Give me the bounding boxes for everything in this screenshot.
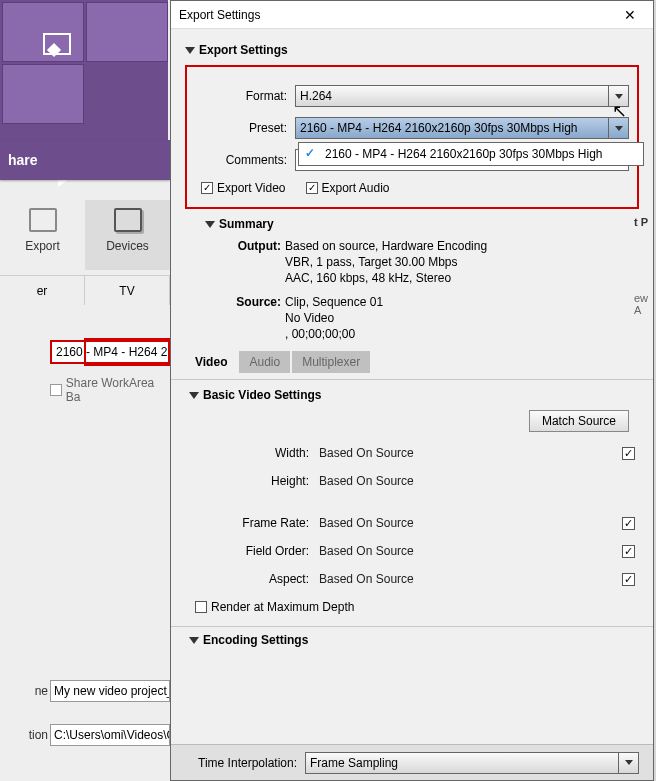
export-icon	[29, 208, 57, 232]
export-audio-checkbox[interactable]	[306, 182, 318, 194]
aspect-value: Based On Source	[319, 572, 605, 586]
encoding-settings-header: Encoding Settings	[203, 633, 308, 647]
highlight-box-main: Format: H.264 Preset: 2160 - MP4 - H264 …	[185, 65, 639, 209]
format-label: Format:	[195, 89, 295, 103]
dropdown-arrow-icon	[608, 86, 628, 106]
tab-computer[interactable]: er	[0, 276, 85, 305]
highlight-box	[84, 338, 172, 366]
export-settings-dialog: Export Settings ✕ Export Settings Format…	[170, 0, 654, 781]
time-interpolation-value: Frame Sampling	[310, 756, 398, 770]
summary-header: Summary	[219, 217, 274, 231]
framerate-label: Frame Rate:	[189, 516, 319, 530]
preset-dropdown[interactable]: 2160 - MP4 - H264 2160x2160p 30fps 30Mbp…	[295, 117, 629, 139]
tab-audio[interactable]: Audio	[239, 351, 290, 373]
output-line2: VBR, 1 pass, Target 30.00 Mbps	[285, 255, 639, 269]
export-video-label: Export Video	[217, 181, 286, 195]
name-input[interactable]: My new video project_	[50, 680, 170, 702]
export-label: Export	[25, 239, 60, 253]
width-value: Based On Source	[319, 446, 605, 460]
share-header: hare	[0, 140, 170, 180]
source-line1: Clip, Sequence 01	[285, 295, 639, 309]
fieldorder-label: Field Order:	[189, 544, 319, 558]
dialog-title: Export Settings	[179, 8, 615, 22]
basic-video-settings-header: Basic Video Settings	[203, 388, 321, 402]
height-label: Height:	[189, 474, 319, 488]
tab-video[interactable]: Video	[185, 351, 237, 373]
dropdown-arrow-icon	[618, 753, 638, 773]
devices-target[interactable]: Devices	[85, 200, 170, 270]
chevron-down-icon[interactable]	[205, 221, 215, 228]
time-interpolation-dropdown[interactable]: Frame Sampling	[305, 752, 639, 774]
preset-value: 2160 - MP4 - H264 2160x2160p 30fps 30Mbp…	[300, 121, 578, 135]
width-label: Width:	[189, 446, 319, 460]
width-lock-checkbox[interactable]	[622, 447, 635, 460]
framerate-value: Based On Source	[319, 516, 605, 530]
export-target[interactable]: Export	[0, 200, 85, 270]
preset-label: Preset:	[195, 121, 295, 135]
preset-option-label: 2160 - MP4 - H264 2160x2160p 30fps 30Mbp…	[325, 147, 603, 161]
output-key: Output:	[205, 239, 285, 253]
fieldorder-lock-checkbox[interactable]	[622, 545, 635, 558]
text-fragment: ew A	[634, 292, 656, 316]
tab-multiplexer[interactable]: Multiplexer	[292, 351, 370, 373]
location-label: tion	[0, 728, 48, 742]
source-line2: No Video	[285, 311, 639, 325]
text-fragment: t P	[634, 216, 648, 228]
preset-dropdown-list[interactable]: ✓ 2160 - MP4 - H264 2160x2160p 30fps 30M…	[298, 142, 644, 166]
close-button[interactable]: ✕	[615, 7, 645, 23]
export-settings-section-header: Export Settings	[199, 43, 288, 57]
match-source-button[interactable]: Match Source	[529, 410, 629, 432]
time-interpolation-label: Time Interpolation:	[185, 756, 305, 770]
source-line3: , 00;00;00;00	[285, 327, 639, 341]
output-line3: AAC, 160 kbps, 48 kHz, Stereo	[285, 271, 639, 285]
source-key: Source:	[205, 295, 285, 309]
chevron-down-icon[interactable]	[189, 637, 199, 644]
format-dropdown[interactable]: H.264	[295, 85, 629, 107]
aspect-lock-checkbox[interactable]	[622, 573, 635, 586]
devices-label: Devices	[106, 239, 149, 253]
export-audio-label: Export Audio	[322, 181, 390, 195]
share-workarea-checkbox[interactable]	[50, 384, 62, 396]
media-thumbnails: ııllı	[0, 0, 168, 140]
output-line1: Based on source, Hardware Encoding	[285, 239, 639, 253]
devices-icon	[114, 208, 142, 232]
aspect-label: Aspect:	[189, 572, 319, 586]
preset-option[interactable]: ✓ 2160 - MP4 - H264 2160x2160p 30fps 30M…	[299, 143, 643, 165]
render-max-depth-checkbox[interactable]	[195, 601, 207, 613]
name-label: ne	[0, 684, 48, 698]
chevron-down-icon[interactable]	[185, 47, 195, 54]
share-workarea-label: Share WorkArea Ba	[66, 376, 170, 404]
fieldorder-value: Based On Source	[319, 544, 605, 558]
tab-tv[interactable]: TV	[85, 276, 170, 305]
image-icon	[43, 33, 71, 55]
framerate-lock-checkbox[interactable]	[622, 517, 635, 530]
export-video-checkbox[interactable]	[201, 182, 213, 194]
chevron-down-icon[interactable]	[189, 392, 199, 399]
height-value: Based On Source	[319, 474, 605, 488]
check-icon: ✓	[305, 146, 315, 160]
comments-label: Comments:	[195, 153, 295, 167]
location-input[interactable]: C:\Users\omi\Videos\O	[50, 724, 170, 746]
format-value: H.264	[300, 89, 332, 103]
dropdown-arrow-icon	[608, 118, 628, 138]
render-max-depth-label: Render at Maximum Depth	[211, 600, 354, 614]
